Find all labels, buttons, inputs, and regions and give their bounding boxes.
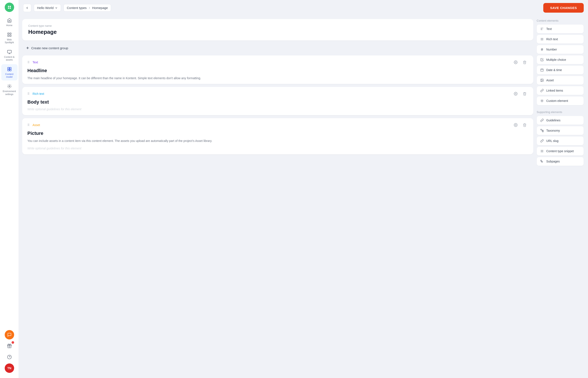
element-name-asset[interactable]: Picture bbox=[22, 128, 533, 139]
svg-point-40 bbox=[541, 80, 542, 80]
svg-point-41 bbox=[542, 100, 542, 101]
element-card-asset-actions bbox=[512, 122, 528, 128]
panel-item-number-label: Number bbox=[546, 48, 557, 51]
snippet-icon bbox=[540, 149, 544, 153]
content-area: Content type name Homepage Create new co… bbox=[19, 16, 588, 378]
app-logo[interactable] bbox=[5, 2, 14, 12]
linked-items-icon bbox=[540, 88, 544, 93]
drag-handle-rich-text[interactable]: ⠿ bbox=[27, 92, 29, 95]
element-settings-button-rich-text[interactable] bbox=[512, 90, 519, 97]
svg-rect-6 bbox=[8, 35, 9, 36]
project-selector[interactable]: Hello World bbox=[34, 4, 61, 12]
gift-badge bbox=[12, 341, 14, 344]
panel-item-subpages-label: Subpages bbox=[546, 160, 560, 163]
element-type-rich-text: ⠿ Rich text bbox=[27, 92, 44, 95]
panel-item-linked-items[interactable]: Linked items bbox=[537, 86, 584, 95]
content-assets-icon bbox=[7, 49, 12, 55]
breadcrumb-page: Homepage bbox=[92, 6, 108, 10]
user-avatar[interactable]: TN bbox=[5, 364, 14, 373]
svg-line-34 bbox=[542, 48, 542, 51]
drag-handle-text[interactable]: ⠿ bbox=[27, 61, 29, 64]
panel-item-rich-text-label: Rich text bbox=[546, 38, 558, 41]
create-content-group-button[interactable]: Create new content group bbox=[22, 43, 533, 53]
supporting-elements-title: Supporting elements bbox=[537, 110, 584, 114]
panel-item-number[interactable]: Number bbox=[537, 45, 584, 54]
sidebar-item-content-model[interactable]: Content model bbox=[1, 64, 18, 81]
sidebar-item-web-spotlight-label: Web Spotlight bbox=[3, 38, 16, 44]
number-icon bbox=[540, 47, 544, 52]
element-desc-asset: You can include assets in a content item… bbox=[22, 139, 533, 147]
svg-rect-11 bbox=[8, 68, 9, 69]
element-card-rich-text: ⠿ Rich text bbox=[22, 87, 533, 115]
svg-point-23 bbox=[515, 93, 516, 94]
svg-rect-43 bbox=[542, 130, 543, 131]
right-panel: Content elements Text Rich text bbox=[537, 19, 584, 375]
sidebar-item-environment[interactable]: Environment settings bbox=[1, 81, 18, 98]
svg-rect-14 bbox=[9, 69, 11, 71]
asset-icon bbox=[540, 78, 544, 82]
web-spotlight-icon bbox=[7, 32, 12, 38]
panel-item-asset[interactable]: Asset bbox=[537, 76, 584, 85]
notification-icon[interactable] bbox=[5, 330, 14, 339]
panel-item-taxonomy[interactable]: Taxonomy bbox=[537, 126, 584, 135]
drag-handle-asset[interactable]: ⠿ bbox=[27, 123, 29, 127]
back-button[interactable] bbox=[23, 4, 31, 12]
panel-item-taxonomy-label: Taxonomy bbox=[546, 129, 560, 132]
panel-item-custom-element[interactable]: Custom element bbox=[537, 96, 584, 105]
element-placeholder-rich-text[interactable]: Write optional guidelines for this eleme… bbox=[22, 108, 533, 115]
element-name-rich-text[interactable]: Body text bbox=[22, 97, 533, 108]
panel-item-guidelines[interactable]: Guidelines bbox=[537, 116, 584, 125]
element-delete-button-text[interactable] bbox=[521, 59, 528, 66]
element-type-label-asset: Asset bbox=[33, 123, 40, 127]
panel-item-content-type-snippet[interactable]: Content type snippet bbox=[537, 147, 584, 156]
breadcrumb: Content types Homepage bbox=[64, 4, 111, 12]
element-name-text[interactable]: Headline bbox=[22, 66, 533, 76]
panel-item-subpages[interactable]: Subpages bbox=[537, 157, 584, 166]
svg-point-1 bbox=[10, 6, 11, 7]
sidebar-item-content-assets-label: Content & assets bbox=[3, 56, 16, 61]
element-card-asset-header: ⠿ Asset bbox=[22, 118, 533, 128]
panel-item-linked-items-label: Linked items bbox=[546, 89, 563, 92]
panel-item-date-time[interactable]: Date & time bbox=[537, 66, 584, 74]
element-placeholder-asset[interactable]: Write optional guidelines for this eleme… bbox=[22, 147, 533, 154]
panel-item-multiple-choice[interactable]: Multiple choice bbox=[537, 55, 584, 64]
center-column: Content type name Homepage Create new co… bbox=[22, 19, 533, 375]
content-model-icon bbox=[7, 66, 12, 72]
sidebar-item-content-assets[interactable]: Content & assets bbox=[1, 47, 18, 63]
sidebar-item-home[interactable]: Home bbox=[1, 15, 18, 29]
element-delete-button-rich-text[interactable] bbox=[521, 90, 528, 97]
content-type-name-label: Content type name bbox=[28, 24, 527, 27]
help-icon[interactable] bbox=[5, 352, 14, 362]
element-card-rich-text-header: ⠿ Rich text bbox=[22, 87, 533, 97]
gift-icon[interactable] bbox=[5, 341, 14, 351]
taxonomy-icon bbox=[540, 128, 544, 133]
svg-line-33 bbox=[541, 48, 542, 51]
element-card-text-header: ⠿ Text bbox=[22, 55, 533, 66]
element-settings-button-asset[interactable] bbox=[512, 122, 519, 128]
save-changes-button[interactable]: SAVE CHANGES bbox=[543, 3, 584, 13]
element-card-text-actions bbox=[512, 59, 528, 66]
element-card-text: ⠿ Text bbox=[22, 55, 533, 84]
element-settings-button-text[interactable] bbox=[512, 59, 519, 66]
create-content-group-label: Create new content group bbox=[31, 46, 68, 50]
sidebar: Home Web Spotlight Content & assets bbox=[0, 0, 19, 378]
element-type-text: ⠿ Text bbox=[27, 61, 38, 64]
guidelines-icon bbox=[540, 118, 544, 122]
panel-item-rich-text[interactable]: Rich text bbox=[537, 35, 584, 44]
panel-item-custom-element-label: Custom element bbox=[546, 99, 568, 103]
rich-text-icon bbox=[540, 37, 544, 41]
svg-point-15 bbox=[9, 86, 10, 87]
panel-item-guidelines-label: Guidelines bbox=[546, 119, 560, 122]
svg-rect-8 bbox=[7, 50, 11, 53]
element-desc-text: The main headline of your homepage. It c… bbox=[22, 76, 533, 84]
topbar: Hello World Content types Homepage SAVE … bbox=[19, 0, 588, 16]
sidebar-item-web-spotlight[interactable]: Web Spotlight bbox=[1, 30, 18, 46]
date-time-icon bbox=[540, 68, 544, 72]
content-type-name-value[interactable]: Homepage bbox=[28, 29, 527, 35]
element-card-rich-text-actions bbox=[512, 90, 528, 97]
panel-item-multiple-choice-label: Multiple choice bbox=[546, 58, 566, 61]
element-delete-button-asset[interactable] bbox=[521, 122, 528, 128]
sidebar-bottom: TN bbox=[5, 330, 14, 376]
panel-item-text[interactable]: Text bbox=[537, 24, 584, 33]
panel-item-url-slug[interactable]: URL slug bbox=[537, 136, 584, 145]
